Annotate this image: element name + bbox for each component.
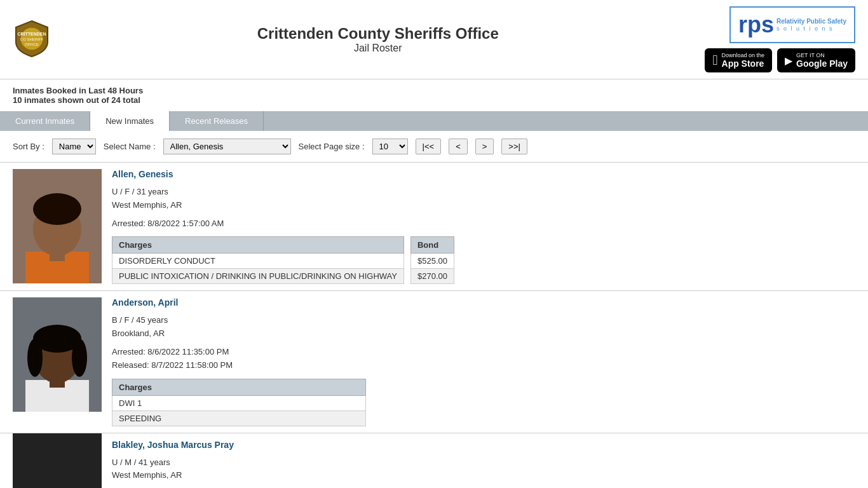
table-row: $270.00 bbox=[410, 269, 454, 284]
svg-point-13 bbox=[27, 339, 43, 377]
sheriff-logo: CRITTENDEN CO SHERIFF OFFICE bbox=[13, 20, 51, 60]
charge-item: DWI 1 bbox=[112, 395, 366, 410]
select-name-dropdown[interactable]: Allen, Genesis Anderson, April Blakley, … bbox=[163, 139, 291, 154]
google-play-icon: ▶ bbox=[785, 55, 792, 67]
inmate-name[interactable]: Allen, Genesis bbox=[112, 169, 855, 179]
svg-rect-8 bbox=[50, 252, 65, 261]
nav-prev-button[interactable]: < bbox=[449, 139, 468, 154]
nav-next-button[interactable]: > bbox=[475, 139, 494, 154]
charge-item: SPEEDING bbox=[112, 410, 366, 426]
google-play-button[interactable]: ▶ GET IT ON Google Play bbox=[777, 48, 855, 72]
charges-table: Charges DWI 1 SPEEDING bbox=[112, 379, 366, 426]
inmate-demographics: U / F / 31 yearsWest Memphis, AR bbox=[112, 186, 855, 212]
svg-text:OFFICE: OFFICE bbox=[25, 43, 39, 46]
svg-rect-16 bbox=[13, 433, 102, 488]
bond-table: Bond $525.00 $270.00 bbox=[410, 236, 454, 284]
header-right-panel: rps Relativity Public Safety s o l u t i… bbox=[705, 6, 855, 72]
svg-text:CO SHERIFF: CO SHERIFF bbox=[20, 37, 44, 41]
table-row: SPEEDING bbox=[112, 410, 366, 426]
table-row: DISORDERLY CONDUCT bbox=[112, 254, 404, 269]
inmate-name[interactable]: Blakley, Joshua Marcus Pray bbox=[112, 440, 855, 450]
booked-header: Inmates Booked in Last 48 Hours bbox=[13, 86, 855, 95]
controls-bar: Sort By : Name Select Name : Allen, Gene… bbox=[0, 131, 868, 162]
charge-item: DISORDERLY CONDUCT bbox=[112, 254, 404, 269]
select-name-label: Select Name : bbox=[104, 142, 156, 151]
agency-name: Crittenden County Sheriffs Office bbox=[51, 25, 705, 43]
rps-logo: rps Relativity Public Safety s o l u t i… bbox=[729, 6, 855, 43]
roster-subtitle: Jail Roster bbox=[51, 43, 705, 54]
charges-bond-container: Charges DWI 1 SPEEDING bbox=[112, 379, 855, 426]
tab-bar: Current Inmates New Inmates Recent Relea… bbox=[0, 111, 868, 131]
tab-current-inmates[interactable]: Current Inmates bbox=[0, 111, 90, 131]
svg-point-14 bbox=[72, 339, 87, 377]
table-row: DWI 1 bbox=[112, 395, 366, 410]
charges-bond-container: Charges DISORDERLY CONDUCT PUBLIC INTOXI… bbox=[112, 236, 855, 284]
nav-last-button[interactable]: >>| bbox=[501, 139, 527, 154]
app-buttons-container:  Download on the App Store ▶ GET IT ON … bbox=[705, 48, 855, 72]
info-bar: Inmates Booked in Last 48 Hours 10 inmat… bbox=[0, 79, 868, 111]
apple-icon:  bbox=[712, 52, 717, 69]
google-play-name: Google Play bbox=[796, 58, 848, 69]
inmate-arrest-dates: Arrested: 8/8/2022 1:57:00 AM bbox=[112, 217, 855, 231]
rps-description: Relativity Public Safety s o l u t i o n… bbox=[776, 17, 846, 33]
charges-table: Charges DISORDERLY CONDUCT PUBLIC INTOXI… bbox=[112, 236, 404, 284]
page-size-label: Select Page size : bbox=[299, 142, 365, 151]
charges-header: Charges bbox=[112, 379, 366, 395]
inmate-photo bbox=[13, 169, 102, 283]
inmate-record: Allen, Genesis U / F / 31 yearsWest Memp… bbox=[0, 162, 868, 290]
sort-by-label: Sort By : bbox=[13, 142, 44, 151]
nav-first-button[interactable]: |<< bbox=[416, 139, 442, 154]
app-store-button[interactable]:  Download on the App Store bbox=[705, 48, 772, 72]
svg-text:CRITTENDEN: CRITTENDEN bbox=[17, 32, 46, 36]
charges-header: Charges bbox=[112, 237, 404, 254]
svg-point-7 bbox=[33, 193, 81, 225]
tab-new-inmates[interactable]: New Inmates bbox=[90, 111, 170, 131]
inmate-demographics: U / M / 41 yearsWest Memphis, AR bbox=[112, 456, 855, 483]
table-row: PUBLIC INTOXICATION / DRINKING IN PUBLIC… bbox=[112, 269, 404, 284]
inmate-details-panel: Allen, Genesis U / F / 31 yearsWest Memp… bbox=[112, 169, 855, 284]
app-store-label: Download on the bbox=[722, 52, 765, 58]
table-row: $525.00 bbox=[410, 254, 454, 269]
sort-by-select[interactable]: Name bbox=[52, 139, 96, 154]
svg-rect-15 bbox=[50, 380, 65, 388]
page-title-block: Crittenden County Sheriffs Office Jail R… bbox=[51, 25, 705, 54]
inmate-photo bbox=[13, 297, 102, 412]
inmates-count: 10 inmates shown out of 24 total bbox=[13, 95, 855, 105]
inmate-details-panel: Blakley, Joshua Marcus Pray U / M / 41 y… bbox=[112, 440, 855, 488]
inmate-record: Photo Not Blakley, Joshua Marcus Pray U … bbox=[0, 433, 868, 488]
inmate-record: Anderson, April B / F / 45 yearsBrooklan… bbox=[0, 290, 868, 432]
inmate-demographics: B / F / 45 yearsBrookland, AR bbox=[112, 314, 855, 341]
inmate-name[interactable]: Anderson, April bbox=[112, 297, 855, 308]
app-store-name: App Store bbox=[722, 58, 765, 69]
bond-amount: $270.00 bbox=[410, 269, 454, 284]
inmate-details-panel: Anderson, April B / F / 45 yearsBrooklan… bbox=[112, 297, 855, 426]
bond-amount: $525.00 bbox=[410, 254, 454, 269]
inmate-photo-placeholder: Photo Not bbox=[13, 440, 102, 488]
charge-item: PUBLIC INTOXICATION / DRINKING IN PUBLIC… bbox=[112, 269, 404, 284]
inmate-arrest-dates: Arrested: 8/6/2022 11:35:00 PM Released:… bbox=[112, 346, 855, 372]
google-play-label: GET IT ON bbox=[796, 52, 848, 58]
page-size-select[interactable]: 10 25 50 100 bbox=[372, 139, 408, 154]
page-header: CRITTENDEN CO SHERIFF OFFICE Crittenden … bbox=[0, 0, 868, 79]
bond-header: Bond bbox=[410, 237, 454, 254]
tab-recent-releases[interactable]: Recent Releases bbox=[170, 111, 264, 131]
rps-brand-text: rps bbox=[738, 11, 774, 38]
